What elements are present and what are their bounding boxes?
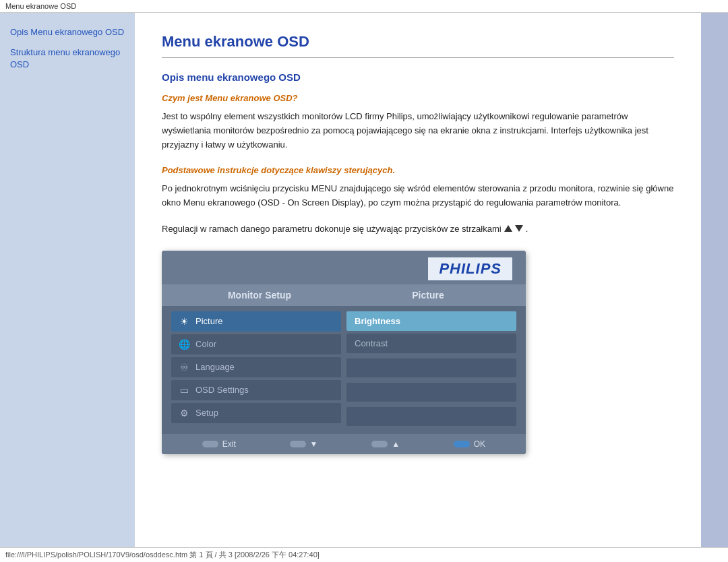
content-area: Menu ekranowe OSD Opis menu ekranowego O… xyxy=(135,13,701,552)
osd-columns-header: Monitor Setup Picture xyxy=(162,284,526,306)
status-bar: file:///l/PHILIPS/polish/POLISH/170V9/os… xyxy=(0,547,728,562)
menu-right: Brightness Contrast xyxy=(346,311,516,426)
menu-item-language[interactable]: ♾ Language xyxy=(171,357,341,377)
paragraph1: Jest to wspólny element wszystkich monit… xyxy=(162,110,674,152)
arrows-line: Regulacji w ramach danego parametru doko… xyxy=(162,224,674,234)
arrows-note: . xyxy=(526,224,528,234)
exit-btn-shape xyxy=(202,441,218,447)
ok-btn-shape xyxy=(454,441,470,447)
menu-item-setup-label: Setup xyxy=(195,408,218,418)
right-accent xyxy=(701,13,728,552)
up-button[interactable]: ▲ xyxy=(371,439,400,449)
menu-item-color-label: Color xyxy=(195,339,216,349)
language-icon: ♾ xyxy=(178,362,190,373)
title-bar: Menu ekranowe OSD xyxy=(0,0,728,13)
subsection1-title: Czym jest Menu ekranowe OSD? xyxy=(162,93,674,103)
col-right-header: Picture xyxy=(344,290,512,301)
section-title: Opis menu ekranowego OSD xyxy=(162,71,674,83)
philips-logo: PHILIPS xyxy=(428,257,512,280)
osd-settings-icon: ▭ xyxy=(178,385,190,396)
divider xyxy=(162,57,674,58)
exit-label: Exit xyxy=(222,439,236,449)
ok-button[interactable]: OK xyxy=(454,439,485,449)
arrows-line-text: Regulacji w ramach danego parametru doko… xyxy=(162,224,502,234)
sidebar: Opis Menu ekranowego OSD Struktura menu … xyxy=(0,13,135,552)
color-icon: 🌐 xyxy=(178,339,190,350)
osd-container: PHILIPS Monitor Setup Picture ☀ Picture … xyxy=(162,251,526,454)
sidebar-link-struktura[interactable]: Struktura menu ekranowego OSD xyxy=(10,46,125,71)
picture-icon: ☀ xyxy=(178,316,190,327)
menu-item-picture[interactable]: ☀ Picture xyxy=(171,311,341,332)
submenu-empty3 xyxy=(346,407,516,426)
osd-body: ☀ Picture 🌐 Color ♾ Language ▭ OSD Setti… xyxy=(162,306,526,434)
menu-item-language-label: Language xyxy=(195,362,235,372)
osd-footer: Exit ▼ ▲ OK xyxy=(162,434,526,454)
subsection2-title: Podstawowe instrukcje dotyczące klawiszy… xyxy=(162,165,674,175)
main-layout: Opis Menu ekranowego OSD Struktura menu … xyxy=(0,13,728,552)
menu-item-picture-label: Picture xyxy=(195,316,222,326)
menu-left: ☀ Picture 🌐 Color ♾ Language ▭ OSD Setti… xyxy=(171,311,341,426)
title-bar-text: Menu ekranowe OSD xyxy=(5,2,76,10)
arrow-down-icon xyxy=(515,225,523,232)
menu-item-osd-settings[interactable]: ▭ OSD Settings xyxy=(171,380,341,400)
submenu-empty2 xyxy=(346,383,516,402)
up-btn-shape xyxy=(371,441,388,447)
osd-header: PHILIPS xyxy=(162,251,526,284)
paragraph2: Po jednokrotnym wciśnięciu przycisku MEN… xyxy=(162,182,674,210)
up-label: ▲ xyxy=(392,439,400,449)
page-title: Menu ekranowe OSD xyxy=(162,33,674,51)
menu-item-setup[interactable]: ⚙ Setup xyxy=(171,403,341,423)
submenu-brightness[interactable]: Brightness xyxy=(346,311,516,331)
menu-item-color[interactable]: 🌐 Color xyxy=(171,334,341,354)
submenu-contrast[interactable]: Contrast xyxy=(346,334,516,353)
status-bar-text: file:///l/PHILIPS/polish/POLISH/170V9/os… xyxy=(5,551,320,559)
submenu-empty1 xyxy=(346,358,516,377)
sidebar-link-opis[interactable]: Opis Menu ekranowego OSD xyxy=(10,26,125,38)
arrow-up-icon xyxy=(504,225,512,232)
submenu-contrast-label: Contrast xyxy=(355,338,388,348)
down-label: ▼ xyxy=(310,439,318,449)
exit-button[interactable]: Exit xyxy=(202,439,236,449)
setup-icon: ⚙ xyxy=(178,408,190,418)
down-btn-shape xyxy=(290,441,306,447)
down-button[interactable]: ▼ xyxy=(290,439,318,449)
submenu-brightness-label: Brightness xyxy=(355,316,400,326)
col-left-header: Monitor Setup xyxy=(175,290,344,301)
ok-label: OK xyxy=(474,439,485,449)
menu-item-osd-settings-label: OSD Settings xyxy=(195,385,249,395)
